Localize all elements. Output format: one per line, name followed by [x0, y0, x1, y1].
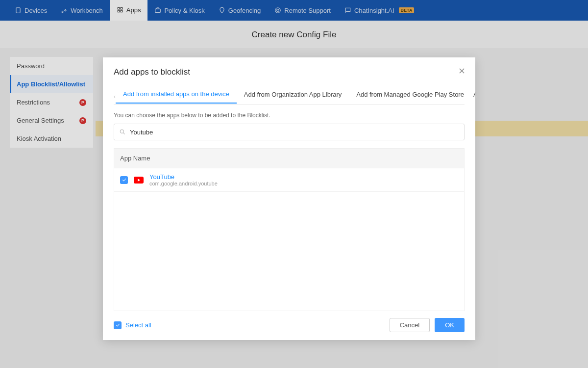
- select-all-label: Select all: [125, 321, 151, 329]
- svg-line-9: [123, 133, 125, 134]
- tab-managed-play[interactable]: Add from Managed Google Play Store: [349, 91, 471, 103]
- apps-table: App Name YouTube com.google.android.yout…: [114, 148, 465, 311]
- hint-text: You can choose the apps below to be adde…: [114, 112, 465, 119]
- app-meta: YouTube com.google.android.youtube: [149, 173, 218, 186]
- footer-buttons: Cancel OK: [390, 318, 465, 332]
- tab-installed-apps[interactable]: Add from installed apps on the device: [116, 90, 237, 104]
- search-input[interactable]: [130, 129, 459, 136]
- svg-point-8: [120, 130, 123, 133]
- check-icon: [115, 322, 121, 328]
- button-label: OK: [445, 321, 454, 329]
- app-name: YouTube: [149, 173, 218, 181]
- table-body: YouTube com.google.android.youtube: [114, 168, 464, 311]
- select-all[interactable]: Select all: [114, 321, 151, 329]
- youtube-icon: [134, 177, 144, 184]
- close-button[interactable]: ✕: [457, 66, 466, 76]
- row-checkbox[interactable]: [120, 176, 128, 184]
- tab-label: Add from Managed Google Play Store: [356, 91, 464, 98]
- check-icon: [122, 177, 127, 183]
- search-box[interactable]: [114, 124, 465, 140]
- button-label: Cancel: [400, 321, 419, 329]
- chevron-right-icon: ›: [475, 93, 477, 100]
- modal-title: Add apps to blocklist: [114, 67, 465, 77]
- ok-button[interactable]: OK: [435, 318, 465, 332]
- tab-overflow[interactable]: A: [471, 91, 475, 103]
- modal-tabs: ‹ Add from installed apps on the device …: [114, 89, 465, 105]
- add-apps-modal: Add apps to blocklist ✕ ‹ Add from insta…: [103, 57, 475, 340]
- search-icon: [119, 129, 126, 135]
- table-row[interactable]: YouTube com.google.android.youtube: [114, 168, 464, 192]
- tab-label: Add from installed apps on the device: [123, 90, 229, 98]
- cancel-button[interactable]: Cancel: [390, 318, 430, 332]
- select-all-checkbox[interactable]: [114, 321, 122, 329]
- table-header-appname: App Name: [114, 149, 464, 168]
- tab-scroll-right[interactable]: ›: [475, 89, 477, 105]
- tab-org-library[interactable]: Add from Organization App Library: [237, 91, 349, 103]
- app-package: com.google.android.youtube: [149, 181, 218, 186]
- modal-footer: Select all Cancel OK: [114, 311, 465, 332]
- close-icon: ✕: [458, 66, 466, 77]
- tab-label: Add from Organization App Library: [244, 91, 342, 98]
